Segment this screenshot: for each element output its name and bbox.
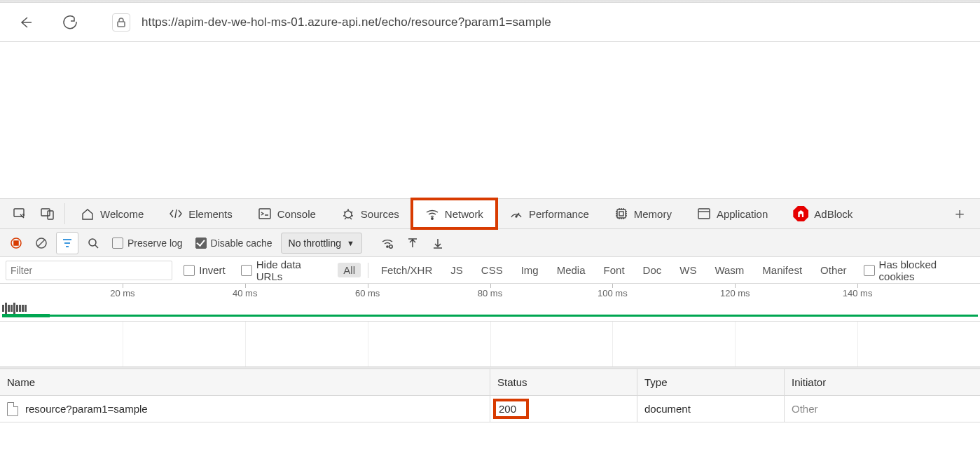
timeline-body xyxy=(0,302,980,322)
search-icon xyxy=(87,237,99,249)
filter-type-manifest[interactable]: Manifest xyxy=(757,263,808,277)
filter-input[interactable] xyxy=(6,261,172,280)
checkbox-label: Hide data URLs xyxy=(256,259,327,282)
filter-type-css[interactable]: CSS xyxy=(476,263,509,277)
tick-label: 60 ms xyxy=(355,288,380,298)
refresh-icon xyxy=(62,15,78,30)
clear-button[interactable] xyxy=(31,232,52,254)
checkbox-label: Invert xyxy=(199,264,226,276)
lock-icon xyxy=(116,18,126,27)
home-icon xyxy=(81,207,95,221)
network-timeline[interactable]: 20 ms 40 ms 60 ms 80 ms 100 ms 120 ms 14… xyxy=(0,284,980,322)
svg-rect-2 xyxy=(41,209,50,216)
tab-console[interactable]: Console xyxy=(245,199,329,228)
filter-icon xyxy=(61,237,74,249)
filter-type-img[interactable]: Img xyxy=(516,263,544,277)
svg-rect-3 xyxy=(48,211,53,219)
download-har-button[interactable] xyxy=(427,232,448,254)
tab-welcome[interactable]: Welcome xyxy=(68,199,156,228)
tab-sources[interactable]: Sources xyxy=(329,199,412,228)
filter-type-js[interactable]: JS xyxy=(445,263,469,277)
filter-type-fetchxhr[interactable]: Fetch/XHR xyxy=(375,263,438,277)
col-header-type[interactable]: Type xyxy=(637,369,785,395)
back-button[interactable] xyxy=(13,10,38,35)
network-conditions-button[interactable] xyxy=(377,232,398,254)
throttling-select[interactable]: No throttling ▼ xyxy=(281,233,362,254)
svg-point-15 xyxy=(387,245,388,247)
svg-point-16 xyxy=(389,245,392,247)
col-header-name[interactable]: Name xyxy=(0,369,490,395)
adblock-icon xyxy=(793,206,808,221)
arrow-up-icon xyxy=(406,237,419,249)
site-info-button[interactable] xyxy=(112,13,130,32)
filter-type-media[interactable]: Media xyxy=(551,263,591,277)
tab-performance[interactable]: Performance xyxy=(497,199,602,228)
table-header: Name Status Type Initiator xyxy=(0,369,980,396)
document-icon xyxy=(7,402,18,416)
checkbox-icon xyxy=(241,265,252,276)
wifi-icon xyxy=(425,207,439,221)
tick-label: 40 ms xyxy=(233,288,257,298)
console-icon xyxy=(258,207,272,221)
tick-label: 20 ms xyxy=(110,288,134,298)
initiator-value: Other xyxy=(792,403,818,415)
checkbox-label: Has blocked cookies xyxy=(879,259,970,282)
filter-type-wasm[interactable]: Wasm xyxy=(709,263,750,277)
col-header-status[interactable]: Status xyxy=(490,369,637,395)
cell-type: document xyxy=(637,396,785,422)
devices-icon xyxy=(41,207,55,221)
tab-label: AdBlock xyxy=(814,208,853,220)
svg-point-14 xyxy=(89,239,96,246)
filter-type-other[interactable]: Other xyxy=(815,263,853,277)
upload-har-button[interactable] xyxy=(402,232,423,254)
address-bar[interactable]: https://apim-dev-we-hol-ms-01.azure-api.… xyxy=(102,8,967,36)
tab-memory[interactable]: Memory xyxy=(602,199,684,228)
checkbox-icon xyxy=(112,238,123,249)
timeline-load-line xyxy=(2,315,978,317)
search-button[interactable] xyxy=(83,232,104,254)
bug-icon xyxy=(341,207,355,221)
checkbox-checked-icon xyxy=(195,238,207,249)
col-header-initiator[interactable]: Initiator xyxy=(785,369,980,395)
inspect-element-button[interactable] xyxy=(6,199,34,228)
checkbox-icon xyxy=(864,265,875,276)
tab-elements[interactable]: Elements xyxy=(156,199,245,228)
requests-table: Name Status Type Initiator resource?para… xyxy=(0,369,980,422)
preserve-log-checkbox[interactable]: Preserve log xyxy=(108,232,187,254)
filter-type-ws[interactable]: WS xyxy=(674,263,702,277)
svg-point-5 xyxy=(345,211,352,218)
gauge-icon xyxy=(509,207,523,221)
more-tabs-button[interactable]: ＋ xyxy=(945,199,974,228)
plus-icon: ＋ xyxy=(952,203,967,224)
timeline-spacer xyxy=(0,322,980,366)
device-toggle-button[interactable] xyxy=(34,199,62,228)
svg-rect-0 xyxy=(118,22,125,27)
tab-adblock[interactable]: AdBlock xyxy=(780,199,865,228)
tick-label: 140 ms xyxy=(843,288,873,298)
tab-network[interactable]: Network xyxy=(412,199,497,228)
caret-down-icon: ▼ xyxy=(347,239,354,247)
tab-label: Network xyxy=(445,208,483,220)
svg-point-7 xyxy=(516,216,517,217)
filter-type-doc[interactable]: Doc xyxy=(637,263,668,277)
timeline-activity xyxy=(2,305,27,312)
filter-toggle-button[interactable] xyxy=(56,232,78,254)
invert-checkbox[interactable]: Invert xyxy=(179,259,230,282)
arrow-left-icon xyxy=(18,15,33,30)
wifi-gear-icon xyxy=(381,237,394,249)
page-viewport xyxy=(0,42,980,198)
throttling-label: No throttling xyxy=(289,238,341,249)
disable-cache-checkbox[interactable]: Disable cache xyxy=(191,232,277,254)
tab-label: Memory xyxy=(634,208,672,220)
has-blocked-cookies-checkbox[interactable]: Has blocked cookies xyxy=(860,259,974,282)
hide-data-urls-checkbox[interactable]: Hide data URLs xyxy=(237,259,331,282)
refresh-button[interactable] xyxy=(57,10,83,35)
filter-type-all[interactable]: All xyxy=(338,263,361,277)
tab-application[interactable]: Application xyxy=(684,199,780,228)
tab-label: Console xyxy=(277,208,316,220)
record-button[interactable] xyxy=(6,232,27,254)
clear-icon xyxy=(35,237,48,249)
table-row[interactable]: resource?param1=sample 200 document Othe… xyxy=(0,396,980,422)
filter-type-font[interactable]: Font xyxy=(598,263,630,277)
svg-rect-10 xyxy=(698,209,710,219)
